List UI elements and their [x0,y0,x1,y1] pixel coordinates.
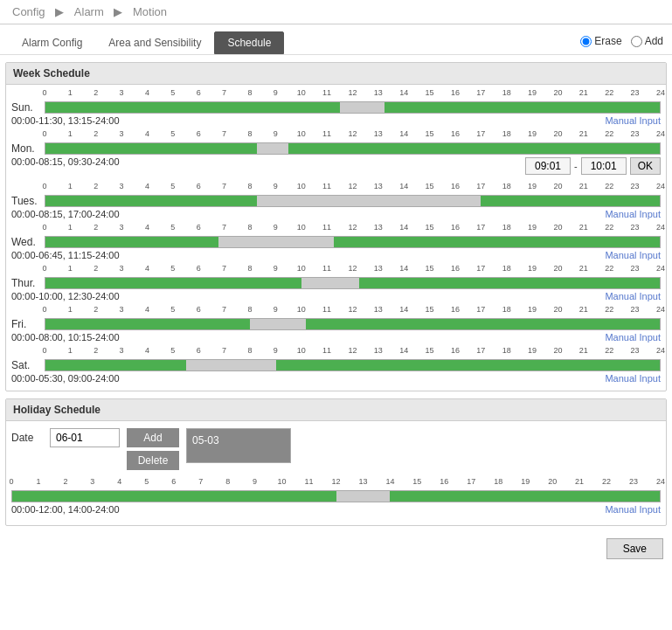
holiday-ruler-container: 0123456789101112131415161718192021222324 [11,477,661,488]
day-wrapper: 0123456789101112131415161718192021222324… [11,305,661,343]
ruler-container: 0123456789101112131415161718192021222324 [45,88,661,100]
date-label: Date [11,428,43,444]
ruler: 0123456789101112131415161718192021222324 [45,305,661,315]
tab-area-sensibility[interactable]: Area and Sensibility [95,31,214,54]
day-info-text: 00:00-08:00, 10:15-24:00 [11,332,120,343]
holiday-schedule-header: Holiday Schedule [6,399,666,421]
week-schedule-header: Week Schedule [6,63,666,85]
tab-alarm-config[interactable]: Alarm Config [9,31,95,54]
bar-row: Sun. [11,101,661,114]
footer: Save [0,533,672,566]
day-wrapper: 0123456789101112131415161718192021222324… [11,264,661,301]
erase-radio[interactable] [580,36,592,47]
day-info-text: 00:00-08:15, 17:00-24:00 [11,209,120,219]
timeline-bar[interactable] [45,359,661,371]
day-wrapper: 0123456789101112131415161718192021222324… [11,346,661,384]
breadcrumb-config: Config [12,5,45,18]
delete-button[interactable]: Delete [127,451,179,470]
bar-container [45,236,661,248]
timeline-bar[interactable] [45,277,661,289]
ruler-container: 0123456789101112131415161718192021222324 [45,305,661,316]
bar-container [45,277,661,289]
bar-row: Mon. [11,142,661,155]
ruler-container: 0123456789101112131415161718192021222324 [45,223,661,234]
timeline-bar[interactable] [45,142,661,155]
add-radio[interactable] [631,36,642,47]
ruler-row: 0123456789101112131415161718192021222324 [11,346,661,357]
ruler-row: 0123456789101112131415161718192021222324 [11,223,661,234]
mon-input-group: - OK [525,157,661,175]
day-info-text: 00:00-06:45, 11:15-24:00 [11,250,120,260]
holiday-ruler-row: 0123456789101112131415161718192021222324 [11,477,661,488]
bar-row: Fri. [11,318,661,330]
time-end-input[interactable] [581,157,627,175]
timeline-bar[interactable] [45,101,661,114]
breadcrumb: Config ▶ Alarm ▶ Motion [0,0,672,24]
day-info-text: 00:00-05:30, 09:00-24:00 [11,373,120,384]
holiday-schedule-body: Date Add Delete 05-03 012345678910111213… [6,421,666,525]
ruler: 0123456789101112131415161718192021222324 [45,182,661,192]
ok-button[interactable]: OK [630,157,661,175]
ruler: 0123456789101112131415161718192021222324 [45,264,661,274]
manual-input-link[interactable]: Manual Input [605,209,661,219]
day-label: Mon. [11,142,45,155]
week-schedule-body: 0123456789101112131415161718192021222324… [6,85,666,391]
manual-input-link[interactable]: Manual Input [605,332,661,343]
manual-input-link[interactable]: Manual Input [605,373,661,384]
bar-container [45,318,661,330]
info-row: 00:00-08:00, 10:15-24:00 Manual Input [11,332,661,343]
bar-row: Sat. [11,359,661,371]
manual-input-link[interactable]: Manual Input [605,250,661,260]
manual-input-link[interactable]: Manual Input [605,115,661,126]
add-radio-label[interactable]: Add [631,35,663,47]
erase-radio-label[interactable]: Erase [580,35,621,47]
day-wrapper: 0123456789101112131415161718192021222324… [11,88,661,126]
bar-row: Thur. [11,277,661,289]
holiday-list-item[interactable]: 05-03 [192,433,285,448]
info-row: 00:00-05:30, 09:00-24:00 Manual Input [11,373,661,384]
day-info-text: 00:00-08:15, 09:30-24:00 [11,156,120,178]
ruler-container: 0123456789101112131415161718192021222324 [45,182,661,193]
day-wrapper: 0123456789101112131415161718192021222324… [11,129,661,178]
manual-input-link[interactable]: Manual Input [605,291,661,301]
holiday-list[interactable]: 05-03 [186,428,291,463]
timeline-bar[interactable] [45,195,661,207]
ruler: 0123456789101112131415161718192021222324 [45,129,661,140]
breadcrumb-sep1: ▶ [55,5,67,18]
timeline-bar[interactable] [11,490,661,502]
breadcrumb-sep2: ▶ [114,5,126,18]
bar-container [45,359,661,371]
ruler-row: 0123456789101112131415161718192021222324 [11,264,661,275]
bar-row: Tues. [11,195,661,207]
time-start-input[interactable] [525,157,571,175]
holiday-info-row: 00:00-12:00, 14:00-24:00 Manual Input [11,504,661,515]
tab-bar: Alarm Config Area and Sensibility Schedu… [0,24,672,55]
info-row: 00:00-08:15, 17:00-24:00 Manual Input [11,209,661,219]
bar-container [45,101,661,114]
save-button[interactable]: Save [606,538,663,559]
info-row: 00:00-08:15, 09:30-24:00 - OK [11,156,661,178]
bar-container [45,195,661,207]
holiday-info-text: 00:00-12:00, 14:00-24:00 [11,504,120,515]
tab-schedule[interactable]: Schedule [214,31,284,54]
day-label: Sat. [11,359,45,371]
ruler-row: 0123456789101112131415161718192021222324 [11,88,661,100]
ruler: 0123456789101112131415161718192021222324 [45,88,661,99]
bar-container [45,142,661,155]
info-row: 00:00-06:45, 11:15-24:00 Manual Input [11,250,661,260]
day-label: Fri. [11,318,45,330]
day-info-text: 00:00-10:00, 12:30-24:00 [11,291,120,301]
timeline-bar[interactable] [45,318,661,330]
add-button[interactable]: Add [127,428,179,447]
ruler-container: 0123456789101112131415161718192021222324 [45,264,661,275]
date-input[interactable] [50,428,120,447]
erase-add-radio-group: Erase Add [580,35,663,51]
holiday-manual-input-link[interactable]: Manual Input [605,504,661,515]
ruler-row: 0123456789101112131415161718192021222324 [11,129,661,141]
holiday-timeline-wrapper: 0123456789101112131415161718192021222324… [11,477,661,515]
day-wrapper: 0123456789101112131415161718192021222324… [11,182,661,219]
breadcrumb-motion: Motion [133,5,167,18]
timeline-bar[interactable] [45,236,661,248]
bar-row: Wed. [11,236,661,248]
ruler: 0123456789101112131415161718192021222324 [11,477,661,488]
